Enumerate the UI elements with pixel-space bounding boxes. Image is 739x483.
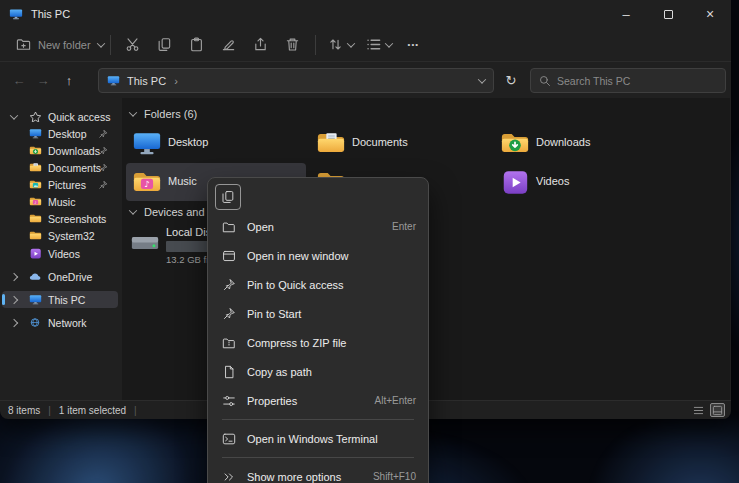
up-button[interactable]: ↑ xyxy=(58,69,80,91)
cut-icon xyxy=(125,37,140,52)
pin-icon xyxy=(98,129,108,139)
new-folder-icon xyxy=(16,37,31,52)
sidebar-item-videos[interactable]: Videos xyxy=(2,245,118,262)
toolbar-divider xyxy=(110,35,111,55)
breadcrumb-chevron[interactable]: › xyxy=(174,75,178,87)
new-window-icon xyxy=(218,249,240,263)
new-folder-label: New folder xyxy=(38,39,91,51)
chevron-right-icon[interactable] xyxy=(10,318,18,326)
menu-item-open-in-windows-terminal[interactable]: Open in Windows Terminal xyxy=(212,424,424,453)
cut-button[interactable] xyxy=(117,32,149,58)
pin-icon xyxy=(98,146,108,156)
music-icon xyxy=(132,169,162,197)
chevron-down-icon[interactable] xyxy=(10,111,18,119)
maximize-icon xyxy=(664,10,673,19)
delete-icon xyxy=(285,37,300,52)
videos-icon xyxy=(29,248,42,259)
share-icon xyxy=(253,37,268,52)
menu-item-show-more-options[interactable]: Show more options Shift+F10 xyxy=(212,462,424,483)
paste-icon xyxy=(189,37,204,52)
share-button[interactable] xyxy=(245,32,277,58)
menu-item-copy-as-path[interactable]: Copy as path xyxy=(212,357,424,386)
music-icon xyxy=(29,196,42,207)
folder-tile-documents[interactable]: Documents xyxy=(310,124,490,162)
pin-icon xyxy=(98,180,108,190)
toolbar-divider xyxy=(315,35,316,55)
copy-button[interactable] xyxy=(215,184,241,210)
sidebar-item-desktop[interactable]: Desktop xyxy=(2,125,118,142)
sidebar-item-documents[interactable]: Documents xyxy=(2,159,118,176)
menu-item-pin-to-start[interactable]: Pin to Start xyxy=(212,299,424,328)
selection-accent-bar xyxy=(2,294,5,305)
rename-button[interactable] xyxy=(213,32,245,58)
copy-button[interactable] xyxy=(149,32,181,58)
paste-button[interactable] xyxy=(181,32,213,58)
menu-item-pin-to-quick-access[interactable]: Pin to Quick access xyxy=(212,270,424,299)
sidebar-item-this-pc[interactable]: This PC xyxy=(2,291,118,308)
downloads-icon xyxy=(29,145,42,156)
sort-icon xyxy=(328,37,343,52)
menu-separator xyxy=(222,457,414,458)
chevron-right-icon[interactable] xyxy=(10,295,18,303)
up-icon: ↑ xyxy=(66,73,73,88)
forward-icon: → xyxy=(37,73,50,88)
chevron-right-icon[interactable] xyxy=(10,272,18,280)
maximize-button[interactable] xyxy=(647,0,689,28)
sidebar-item-pictures[interactable]: Pictures xyxy=(2,176,118,193)
menu-item-open-in-new-window[interactable]: Open in new window xyxy=(212,241,424,270)
copy-icon xyxy=(221,190,235,204)
more-options-button[interactable]: ••• xyxy=(398,40,429,49)
thumbnail-view-button[interactable] xyxy=(710,403,725,417)
search-input[interactable] xyxy=(557,75,717,87)
view-icon xyxy=(366,37,381,52)
sidebar: Quick access Desktop Downloads Documents… xyxy=(0,98,122,400)
minimize-icon: – xyxy=(622,7,629,22)
address-dropdown-icon[interactable] xyxy=(478,75,486,83)
window-title: This PC xyxy=(31,8,70,20)
view-button[interactable] xyxy=(360,37,398,52)
folder-tile-desktop[interactable]: Desktop xyxy=(126,124,306,162)
documents-icon xyxy=(316,130,346,158)
menu-separator xyxy=(222,419,414,420)
search-icon xyxy=(539,75,551,87)
menu-item-properties[interactable]: Properties Alt+Enter xyxy=(212,386,424,415)
forward-button[interactable]: → xyxy=(32,69,54,91)
sort-button[interactable] xyxy=(322,37,360,52)
details-view-button[interactable] xyxy=(691,403,706,417)
sidebar-item-screenshots[interactable]: Screenshots xyxy=(2,210,118,227)
title-bar[interactable]: This PC – × xyxy=(0,0,731,28)
refresh-button[interactable]: ↻ xyxy=(500,69,522,91)
search-box[interactable] xyxy=(530,68,726,93)
navigation-bar: ← → ↑ This PC › ↻ xyxy=(0,64,731,96)
sidebar-item-network[interactable]: Network xyxy=(2,314,118,331)
delete-button[interactable] xyxy=(277,32,309,58)
pin-icon xyxy=(218,278,240,292)
menu-item-compress-to-zip[interactable]: Compress to ZIP file xyxy=(212,328,424,357)
chevron-down-icon xyxy=(129,108,137,116)
sidebar-item-quick-access[interactable]: Quick access xyxy=(2,108,118,125)
address-bar[interactable]: This PC › xyxy=(98,68,494,93)
status-divider: | xyxy=(134,405,137,416)
copy-path-icon xyxy=(218,365,240,379)
folders-section-header[interactable]: Folders (6) xyxy=(130,108,197,120)
folder-tile-downloads[interactable]: Downloads xyxy=(494,124,674,162)
sidebar-item-music[interactable]: Music xyxy=(2,193,118,210)
breadcrumb-location[interactable]: This PC xyxy=(127,75,166,87)
sidebar-item-downloads[interactable]: Downloads xyxy=(2,142,118,159)
folder-tile-videos[interactable]: Videos xyxy=(494,163,674,201)
back-button[interactable]: ← xyxy=(8,69,30,91)
details-view-icon xyxy=(693,405,704,416)
minimize-button[interactable]: – xyxy=(605,0,647,28)
folder-icon xyxy=(29,213,42,224)
menu-item-open[interactable]: Open Enter xyxy=(212,212,424,241)
chevron-down-icon xyxy=(96,39,104,47)
sidebar-item-system32[interactable]: System32 xyxy=(2,227,118,244)
sidebar-item-onedrive[interactable]: OneDrive xyxy=(2,268,118,285)
videos-icon xyxy=(500,169,530,197)
new-folder-button[interactable]: New folder xyxy=(16,37,104,52)
close-button[interactable]: × xyxy=(689,0,731,28)
ellipsis-icon: ••• xyxy=(408,40,419,49)
this-pc-icon xyxy=(107,75,120,86)
open-icon xyxy=(218,220,240,234)
chevron-down-icon xyxy=(384,39,392,47)
